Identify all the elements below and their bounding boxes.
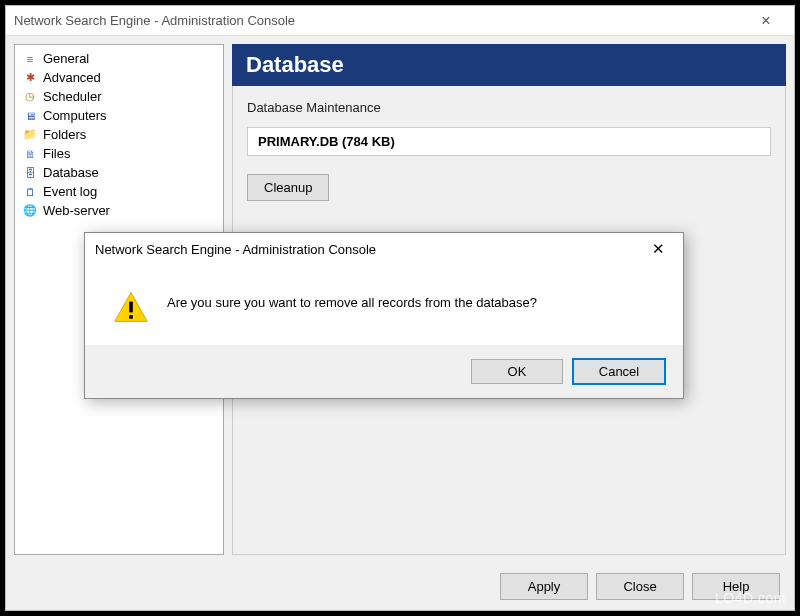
dialog-title: Network Search Engine - Administration C… — [95, 242, 637, 257]
cancel-button[interactable]: Cancel — [573, 359, 665, 384]
dialog-body: Are you sure you want to remove all reco… — [85, 265, 683, 345]
confirmation-dialog: Network Search Engine - Administration C… — [84, 232, 684, 399]
dialog-message: Are you sure you want to remove all reco… — [167, 289, 537, 310]
dialog-buttons: OK Cancel — [85, 345, 683, 398]
dialog-overlay: Network Search Engine - Administration C… — [0, 0, 800, 616]
dialog-titlebar: Network Search Engine - Administration C… — [85, 233, 683, 265]
svg-rect-2 — [129, 315, 133, 319]
warning-icon — [113, 289, 149, 325]
ok-button[interactable]: OK — [471, 359, 563, 384]
svg-rect-1 — [129, 302, 133, 313]
dialog-close-icon[interactable]: ✕ — [637, 235, 679, 263]
